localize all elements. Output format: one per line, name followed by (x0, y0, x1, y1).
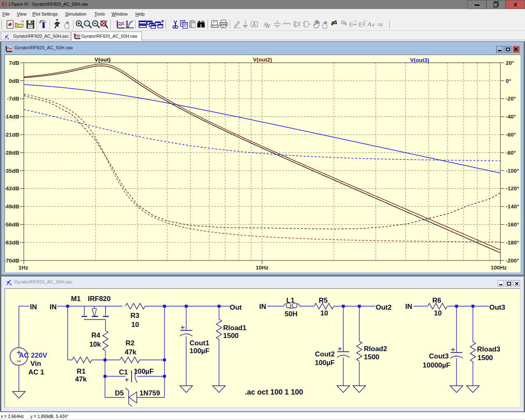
svg-text:IN: IN (30, 303, 37, 311)
svg-text:10000µF: 10000µF (423, 361, 450, 369)
svg-text:Cout2: Cout2 (315, 350, 335, 358)
svg-text:V(out3): V(out3) (410, 57, 429, 63)
svg-text:Rload2: Rload2 (364, 345, 387, 353)
svg-text:100Hz: 100Hz (491, 265, 507, 271)
svg-text:E: E (358, 21, 363, 28)
svg-text:10Hz: 10Hz (256, 265, 269, 271)
svg-text:IN: IN (50, 303, 57, 311)
svg-text:M1: M1 (71, 295, 81, 303)
svg-text:-56dB: -56dB (5, 221, 19, 228)
svg-text:-20°: -20° (506, 96, 516, 102)
svg-text:Cout1: Cout1 (189, 339, 209, 347)
svg-text:Rload1: Rload1 (223, 324, 247, 332)
svg-text:-28dB: -28dB (5, 150, 19, 156)
svg-text:-49dB: -49dB (5, 203, 19, 210)
svg-text:a: a (372, 22, 374, 27)
svg-text:L1: L1 (286, 297, 294, 304)
svg-text:.op: .op (377, 22, 383, 27)
svg-text:0dB: 0dB (9, 78, 19, 84)
svg-text:R2: R2 (126, 339, 135, 347)
svg-text:-63dB: -63dB (5, 240, 19, 246)
svg-text:100µF: 100µF (315, 359, 335, 367)
svg-text:E: E (349, 21, 353, 28)
svg-text:-40°: -40° (506, 114, 516, 120)
svg-text:-160°: -160° (506, 221, 519, 228)
svg-text:-120°: -120° (506, 185, 519, 192)
svg-text:47k: 47k (75, 375, 87, 383)
svg-text:R1: R1 (77, 368, 86, 375)
svg-text:47k: 47k (125, 348, 137, 356)
svg-text:C1: C1 (119, 368, 128, 376)
svg-text:10k: 10k (89, 340, 101, 348)
svg-text:1Hz: 1Hz (18, 265, 28, 271)
svg-text:1500: 1500 (223, 332, 239, 340)
svg-text:10: 10 (131, 321, 139, 329)
svg-text:100µF: 100µF (189, 347, 210, 355)
svg-text:R6: R6 (432, 297, 441, 304)
svg-text:IN: IN (405, 303, 412, 310)
svg-text:V(out): V(out) (95, 57, 111, 63)
svg-text:10: 10 (320, 309, 328, 317)
svg-text:Out3: Out3 (489, 304, 505, 311)
svg-text:-14dB: -14dB (5, 114, 19, 120)
svg-text:R3: R3 (130, 312, 139, 320)
svg-text:100µF: 100µF (134, 368, 154, 375)
svg-text:AC 1: AC 1 (28, 368, 44, 376)
svg-text:-21dB: -21dB (5, 132, 19, 138)
svg-text:A: A (367, 21, 372, 27)
svg-text:IN: IN (259, 303, 266, 310)
svg-text:10: 10 (434, 309, 442, 317)
svg-text:R4: R4 (91, 331, 100, 339)
svg-text:R5: R5 (319, 297, 328, 304)
svg-text:7dB: 7dB (9, 60, 19, 66)
svg-text:-35dB: -35dB (5, 168, 19, 174)
svg-text:1500: 1500 (477, 354, 493, 362)
svg-text:IRF820: IRF820 (88, 295, 111, 303)
svg-text:1N759: 1N759 (139, 389, 160, 397)
svg-text:-70dB: -70dB (5, 258, 19, 264)
svg-text:Out: Out (230, 304, 242, 311)
svg-text:-7dB: -7dB (7, 96, 19, 102)
svg-text:20°: 20° (506, 60, 514, 66)
svg-text:AC 220V: AC 220V (19, 352, 48, 359)
svg-text:-200°: -200° (506, 258, 519, 264)
svg-text:Rload3: Rload3 (477, 345, 500, 353)
svg-text:0°: 0° (506, 78, 511, 84)
svg-text:V(out2): V(out2) (253, 57, 272, 63)
svg-text:1500: 1500 (364, 353, 379, 361)
svg-text:Vin: Vin (30, 360, 41, 368)
svg-text:-80°: -80° (506, 150, 516, 156)
svg-text:-42dB: -42dB (5, 185, 19, 192)
svg-text:Out2: Out2 (376, 304, 392, 311)
svg-text:D5: D5 (115, 389, 124, 397)
svg-text:-180°: -180° (506, 240, 519, 246)
svg-text:-100°: -100° (506, 168, 519, 174)
svg-text:Cout3: Cout3 (429, 352, 449, 360)
svg-text:.ac oct 100 1 100: .ac oct 100 1 100 (245, 388, 303, 396)
svg-text:50H: 50H (285, 310, 297, 318)
svg-text:-60°: -60° (506, 132, 516, 138)
svg-text:-140°: -140° (506, 203, 519, 210)
svg-text:A: A (253, 22, 256, 27)
